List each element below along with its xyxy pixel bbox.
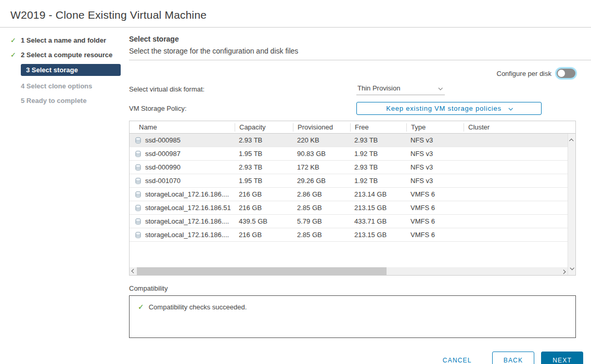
table-row[interactable]: ssd-000985 2.93 TB 220 KB 2.93 TB NFS v3: [130, 134, 568, 147]
toggle-knob: [558, 70, 565, 77]
column-header-type[interactable]: Type: [406, 123, 464, 132]
free-cell: 2.93 TB: [350, 163, 406, 171]
datastore-icon: [135, 204, 142, 212]
type-cell: NFS v3: [406, 150, 464, 158]
storage-policy-dropdown[interactable]: Keep existing VM storage policies: [356, 102, 542, 115]
provisioned-cell: 2.85 GB: [293, 231, 350, 239]
column-header-provisioned[interactable]: Provisioned: [293, 123, 350, 132]
chevron-down-icon: [438, 86, 442, 90]
scroll-left-arrow-icon[interactable]: [130, 268, 137, 275]
next-button[interactable]: NEXT: [541, 352, 583, 364]
step-label: 2 Select a compute resource: [21, 51, 112, 59]
disk-format-label: Select virtual disk format:: [129, 85, 356, 93]
vertical-scrollbar[interactable]: [568, 134, 575, 275]
compatibility-section-label: Compatibility: [129, 284, 591, 292]
step-select-compute-resource[interactable]: ✓ 2 Select a compute resource: [10, 49, 121, 60]
table-header: Name Capacity Provisioned Free Type Clus…: [130, 121, 575, 134]
wizard-body: ✓ 1 Select a name and folder ✓ 2 Select …: [0, 28, 591, 364]
page-title: Select storage: [129, 35, 591, 43]
step-select-clone-options[interactable]: 4 Select clone options: [10, 81, 121, 92]
page-subtitle: Select the storage for the configuration…: [129, 47, 591, 55]
datastore-name-cell: ssd-000990: [130, 163, 235, 171]
column-header-cluster[interactable]: Cluster: [464, 123, 568, 132]
step-content-panel: Select storage Select the storage for th…: [121, 35, 591, 364]
step-ready-to-complete[interactable]: 5 Ready to complete: [10, 95, 121, 106]
configure-per-disk-label: Configure per disk: [497, 70, 552, 77]
free-cell: 213.15 GB: [350, 231, 406, 239]
horizontal-scrollbar[interactable]: [130, 267, 568, 275]
storage-policy-label: VM Storage Policy:: [129, 105, 356, 112]
configure-per-disk-row: Configure per disk: [129, 67, 575, 80]
horizontal-scroll-track[interactable]: [137, 267, 560, 275]
table-row[interactable]: storageLocal_172.16.186.51 216 GB 2.85 G…: [130, 201, 568, 215]
datastore-table: Name Capacity Provisioned Free Type Clus…: [129, 121, 576, 276]
datastore-icon: [135, 231, 142, 239]
datastore-icon: [135, 177, 142, 185]
scroll-up-arrow-icon[interactable]: [568, 137, 575, 144]
step-label: 1 Select a name and folder: [21, 36, 106, 44]
storage-policy-value: Keep existing VM storage policies: [386, 105, 502, 112]
table-body-area: ssd-000985 2.93 TB 220 KB 2.93 TB NFS v3…: [130, 134, 575, 275]
column-header-name[interactable]: Name: [130, 123, 235, 132]
free-cell: 433.71 GB: [350, 217, 406, 225]
capacity-cell: 439.5 GB: [235, 217, 293, 225]
scroll-down-arrow-icon[interactable]: [568, 265, 575, 272]
compatibility-box: ✓ Compatibility checks succeeded.: [129, 295, 576, 338]
scroll-right-arrow-icon[interactable]: [560, 268, 568, 275]
type-cell: VMFS 6: [406, 204, 464, 212]
step-check-icon: ✓: [10, 36, 21, 44]
disk-format-row: Select virtual disk format: Thin Provisi…: [129, 83, 591, 95]
table-row[interactable]: storageLocal_172.16.186.... 439.5 GB 5.7…: [130, 215, 568, 228]
step-label: 4 Select clone options: [21, 82, 92, 90]
success-check-icon: ✓: [138, 303, 144, 311]
storage-policy-row: VM Storage Policy: Keep existing VM stor…: [129, 102, 591, 115]
back-button[interactable]: BACK: [492, 352, 534, 364]
type-cell: NFS v3: [406, 177, 464, 185]
step-label: 5 Ready to complete: [21, 97, 86, 105]
datastore-icon: [135, 150, 142, 158]
type-cell: NFS v3: [406, 136, 464, 144]
capacity-cell: 216 GB: [235, 204, 293, 212]
datastore-name-cell: storageLocal_172.16.186....: [130, 190, 235, 198]
disk-format-value: Thin Provision: [357, 84, 400, 92]
datastore-name-cell: ssd-001070: [130, 177, 235, 185]
step-select-storage-active[interactable]: 3 Select storage: [10, 64, 121, 76]
datastore-icon: [135, 137, 142, 144]
chevron-down-icon: [508, 106, 512, 110]
provisioned-cell: 172 KB: [293, 163, 350, 171]
wizard-title: W2019 - Clone Existing Virtual Machine: [0, 0, 591, 27]
table-row[interactable]: storageLocal_172.16.186.... 216 GB 2.86 …: [130, 188, 568, 201]
column-header-capacity[interactable]: Capacity: [235, 123, 293, 132]
provisioned-cell: 29.26 GB: [293, 177, 350, 185]
table-row[interactable]: ssd-001070 1.95 TB 29.26 GB 1.92 TB NFS …: [130, 174, 568, 188]
type-cell: VMFS 6: [406, 231, 464, 239]
provisioned-cell: 2.86 GB: [293, 190, 350, 198]
configure-per-disk-toggle[interactable]: [557, 69, 575, 78]
table-row[interactable]: storageLocal_172.16.186.... 216 GB 2.85 …: [130, 228, 568, 242]
table-body: ssd-000985 2.93 TB 220 KB 2.93 TB NFS v3…: [130, 134, 568, 275]
free-cell: 1.92 TB: [350, 177, 406, 185]
capacity-cell: 2.93 TB: [235, 163, 293, 171]
step-select-name-folder[interactable]: ✓ 1 Select a name and folder: [10, 35, 121, 46]
provisioned-cell: 5.79 GB: [293, 217, 350, 225]
free-cell: 2.93 TB: [350, 136, 406, 144]
cancel-button[interactable]: CANCEL: [435, 352, 479, 364]
disk-format-select[interactable]: Thin Provision: [356, 83, 445, 95]
type-cell: VMFS 6: [406, 217, 464, 225]
capacity-cell: 1.95 TB: [235, 177, 293, 185]
datastore-name-cell: ssd-000985: [130, 136, 235, 144]
capacity-cell: 216 GB: [235, 190, 293, 198]
step-label: 3 Select storage: [21, 64, 121, 76]
type-cell: NFS v3: [406, 163, 464, 171]
column-header-free[interactable]: Free: [350, 123, 406, 132]
datastore-name-cell: storageLocal_172.16.186.51: [130, 204, 235, 212]
datastore-name-cell: storageLocal_172.16.186....: [130, 231, 235, 239]
horizontal-scroll-thumb[interactable]: [137, 267, 387, 275]
capacity-cell: 1.95 TB: [235, 150, 293, 158]
free-cell: 213.14 GB: [350, 190, 406, 198]
free-cell: 1.92 TB: [350, 150, 406, 158]
wizard-steps-sidebar: ✓ 1 Select a name and folder ✓ 2 Select …: [0, 35, 121, 364]
table-row[interactable]: ssd-000990 2.93 TB 172 KB 2.93 TB NFS v3: [130, 161, 568, 174]
table-empty-space: [130, 242, 568, 267]
table-row[interactable]: ssd-000987 1.95 TB 90.83 GB 1.92 TB NFS …: [130, 147, 568, 161]
